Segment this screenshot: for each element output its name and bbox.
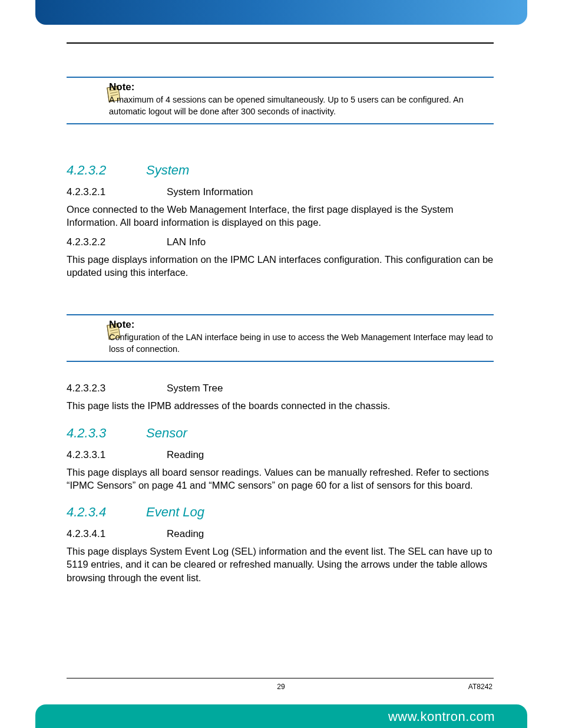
- note-label: Note:: [109, 319, 494, 331]
- subsection-heading: 4.2.3.3.1Reading: [67, 449, 494, 461]
- subsection-number: 4.2.3.2.3: [67, 383, 167, 394]
- subsection-title: System Tree: [167, 383, 223, 394]
- subsection-title: System Information: [167, 186, 253, 197]
- page-content: Note: A maximum of 4 sessions can be ope…: [67, 77, 494, 590]
- paragraph: Once connected to the Web Management Int…: [67, 203, 494, 229]
- section-number: 4.2.3.3: [67, 426, 146, 441]
- paragraph: This page displays System Event Log (SEL…: [67, 545, 494, 584]
- header-rule: [67, 42, 494, 44]
- note-label: Note:: [109, 81, 494, 93]
- note-icon-cell: [67, 81, 109, 107]
- note-body: A maximum of 4 sessions can be opened si…: [109, 94, 494, 117]
- section-title: System: [146, 163, 189, 177]
- note-body: Configuration of the LAN interface being…: [109, 332, 494, 355]
- footer-rule: [67, 678, 494, 678]
- subsection-title: Reading: [167, 449, 204, 460]
- bottom-banner: www.kontron.com: [35, 704, 527, 728]
- subsection-heading: 4.2.3.4.1Reading: [67, 528, 494, 540]
- note-box: Note: A maximum of 4 sessions can be ope…: [67, 77, 494, 124]
- section-heading-eventlog: 4.2.3.4Event Log: [67, 505, 494, 520]
- subsection-title: LAN Info: [167, 236, 206, 248]
- section-title: Event Log: [146, 505, 204, 519]
- section-title: Sensor: [146, 426, 187, 440]
- subsection-number: 4.2.3.2.2: [67, 236, 167, 248]
- subsection-heading: 4.2.3.2.3System Tree: [67, 383, 494, 394]
- section-heading-sensor: 4.2.3.3Sensor: [67, 426, 494, 441]
- paragraph: This page displays information on the IP…: [67, 253, 494, 279]
- document-id: AT8242: [468, 683, 492, 691]
- paragraph: This page lists the IPMB addresses of th…: [67, 399, 494, 412]
- subsection-number: 4.2.3.2.1: [67, 186, 167, 198]
- section-number: 4.2.3.4: [67, 505, 146, 520]
- note-box: Note: Configuration of the LAN interface…: [67, 314, 494, 362]
- section-number: 4.2.3.2: [67, 163, 146, 178]
- note-icon-cell: [67, 319, 109, 345]
- subsection-number: 4.2.3.4.1: [67, 528, 167, 540]
- subsection-number: 4.2.3.3.1: [67, 449, 167, 461]
- subsection-title: Reading: [167, 528, 204, 539]
- paragraph: This page displays all board sensor read…: [67, 466, 494, 492]
- subsection-heading: 4.2.3.2.1System Information: [67, 186, 494, 198]
- subsection-heading: 4.2.3.2.2LAN Info: [67, 236, 494, 248]
- section-heading-system: 4.2.3.2System: [67, 163, 494, 178]
- top-banner: [35, 0, 527, 25]
